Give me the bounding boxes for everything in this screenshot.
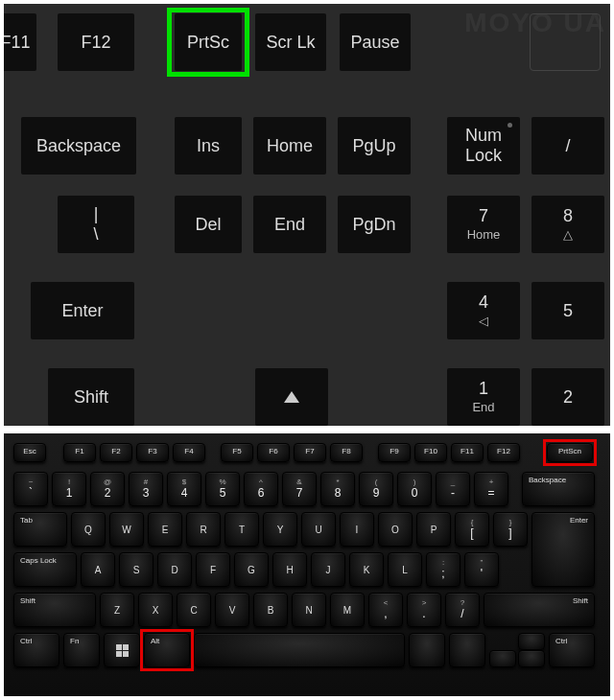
pkey-f[interactable]: F — [196, 552, 230, 587]
pkey-quote[interactable]: "' — [464, 552, 499, 587]
key-backslash[interactable]: | \ — [58, 196, 134, 253]
pkey-n[interactable]: N — [292, 593, 326, 627]
pkey-f6[interactable]: F6 — [257, 443, 290, 462]
pkey-f11[interactable]: F11 — [451, 443, 484, 462]
pkey-semicolon[interactable]: :; — [426, 552, 460, 587]
pkey-alt-r[interactable] — [409, 633, 445, 667]
pkey-f4[interactable]: F4 — [173, 443, 205, 462]
key-del[interactable]: Del — [175, 196, 242, 253]
pkey-ctrl-l[interactable]: Ctrl — [13, 633, 59, 667]
pkey-d[interactable]: D — [157, 552, 192, 587]
pkey-arrow-up[interactable] — [518, 633, 545, 650]
pkey-9[interactable]: (9 — [359, 472, 393, 506]
pkey-equals[interactable]: += — [474, 472, 508, 506]
key-pgup[interactable]: PgUp — [338, 117, 411, 175]
pkey-shift-l[interactable]: Shift — [13, 593, 96, 627]
pkey-f10[interactable]: F10 — [414, 443, 447, 462]
pkey-f7[interactable]: F7 — [294, 443, 326, 462]
pkey-esc[interactable]: Esc — [13, 443, 46, 462]
key-numpad-5[interactable]: 5 — [531, 282, 604, 339]
pkey-backspace[interactable]: Backspace — [522, 472, 595, 506]
pkey-c[interactable]: C — [177, 593, 211, 627]
pkey-f3[interactable]: F3 — [136, 443, 169, 462]
key-numlock[interactable]: Num Lock — [447, 117, 520, 175]
pkey-tilde[interactable]: ~` — [13, 472, 48, 506]
key-ins[interactable]: Ins — [175, 117, 242, 175]
pkey-f12[interactable]: F12 — [487, 443, 520, 462]
pkey-y[interactable]: Y — [263, 512, 297, 547]
pkey-win[interactable] — [104, 633, 140, 667]
pkey-u[interactable]: U — [301, 512, 336, 547]
key-numpad-2[interactable]: 2 — [531, 368, 604, 426]
pkey-j[interactable]: J — [311, 552, 345, 587]
pkey-arrow-down[interactable] — [518, 650, 545, 667]
key-f12[interactable]: F12 — [58, 13, 134, 71]
pkey-comma[interactable]: <, — [368, 593, 403, 627]
pkey-o[interactable]: O — [378, 512, 413, 547]
pkey-b[interactable]: B — [253, 593, 288, 627]
key-numpad-1[interactable]: 1 End — [447, 368, 520, 426]
key-numpad-4[interactable]: 4 ◁ — [447, 282, 520, 339]
pkey-menu[interactable] — [449, 633, 485, 667]
pkey-shift-r[interactable]: Shift — [484, 593, 595, 627]
pkey-6[interactable]: ^6 — [244, 472, 278, 506]
pkey-f2[interactable]: F2 — [100, 443, 132, 462]
key-scrlk[interactable]: Scr Lk — [255, 13, 326, 71]
pkey-f9[interactable]: F9 — [378, 443, 411, 462]
pkey-f5[interactable]: F5 — [221, 443, 253, 462]
pkey-prtscn[interactable]: PrtScn — [547, 443, 593, 462]
pkey-bracket-l[interactable]: {[ — [455, 512, 489, 547]
pkey-4[interactable]: $4 — [167, 472, 201, 506]
pkey-t[interactable]: T — [224, 512, 259, 547]
key-end[interactable]: End — [253, 196, 326, 253]
pkey-tab[interactable]: Tab — [13, 512, 67, 547]
pkey-5[interactable]: %5 — [205, 472, 240, 506]
key-backspace[interactable]: Backspace — [21, 117, 136, 175]
pkey-2[interactable]: @2 — [90, 472, 125, 506]
pkey-space[interactable] — [194, 633, 405, 667]
pkey-arrow-left[interactable] — [489, 650, 516, 667]
key-enter[interactable]: Enter — [31, 282, 134, 339]
pkey-e[interactable]: E — [148, 512, 182, 547]
pkey-w[interactable]: W — [109, 512, 144, 547]
pkey-s[interactable]: S — [119, 552, 154, 587]
key-shift[interactable]: Shift — [48, 368, 134, 426]
pkey-q[interactable]: Q — [71, 512, 106, 547]
pkey-l[interactable]: L — [388, 552, 422, 587]
key-pause[interactable]: Pause — [340, 13, 411, 71]
pkey-h[interactable]: H — [272, 552, 307, 587]
key-numpad-8[interactable]: 8 △ — [531, 196, 604, 253]
pkey-f8[interactable]: F8 — [330, 443, 363, 462]
key-numpad-7[interactable]: 7 Home — [447, 196, 520, 253]
pkey-minus[interactable]: _- — [436, 472, 470, 506]
pkey-g[interactable]: G — [234, 552, 269, 587]
pkey-fn[interactable]: Fn — [63, 633, 100, 667]
pkey-0[interactable]: )0 — [397, 472, 432, 506]
pkey-capslock[interactable]: Caps Lock — [13, 552, 77, 587]
pkey-alt[interactable]: Alt — [144, 633, 190, 667]
key-prtsc[interactable]: PrtSc — [175, 13, 242, 71]
key-home[interactable]: Home — [253, 117, 326, 175]
pkey-a[interactable]: A — [81, 552, 115, 587]
key-f11[interactable]: F11 — [4, 13, 36, 71]
pkey-x[interactable]: X — [138, 593, 173, 627]
key-arrow-up[interactable] — [255, 368, 328, 426]
pkey-m[interactable]: M — [330, 593, 365, 627]
key-numpad-slash[interactable]: / — [531, 117, 604, 175]
pkey-3[interactable]: #3 — [129, 472, 163, 506]
pkey-8[interactable]: *8 — [320, 472, 355, 506]
pkey-enter[interactable]: Enter — [531, 512, 595, 587]
pkey-v[interactable]: V — [215, 593, 249, 627]
pkey-f1[interactable]: F1 — [63, 443, 96, 462]
pkey-k[interactable]: K — [349, 552, 384, 587]
pkey-r[interactable]: R — [186, 512, 221, 547]
pkey-p[interactable]: P — [416, 512, 451, 547]
pkey-7[interactable]: &7 — [282, 472, 317, 506]
pkey-bracket-r[interactable]: }] — [493, 512, 528, 547]
key-pgdn[interactable]: PgDn — [338, 196, 411, 253]
pkey-1[interactable]: !1 — [52, 472, 86, 506]
pkey-z[interactable]: Z — [100, 593, 134, 627]
pkey-period[interactable]: >. — [407, 593, 441, 627]
pkey-i[interactable]: I — [340, 512, 374, 547]
pkey-slash[interactable]: ?/ — [445, 593, 480, 627]
